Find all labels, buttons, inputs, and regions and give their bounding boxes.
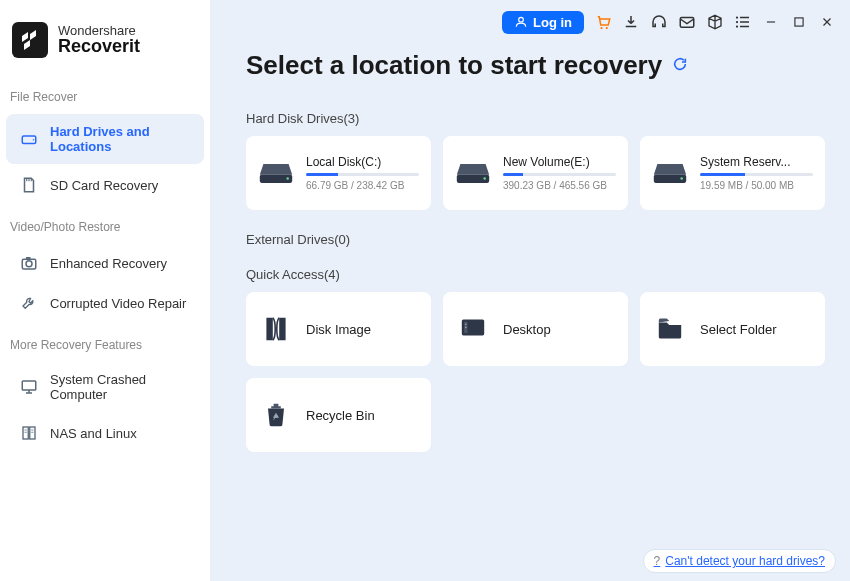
close-icon[interactable]	[818, 13, 836, 31]
sidebar-item-label: NAS and Linux	[50, 426, 137, 441]
folder-icon	[654, 313, 686, 345]
quick-access-label: Disk Image	[306, 322, 371, 337]
sidebar-group-label: Video/Photo Restore	[0, 206, 210, 242]
drive-card[interactable]: Local Disk(C:) 66.79 GB / 238.42 GB	[246, 136, 431, 210]
drive-name: System Reserv...	[700, 155, 813, 169]
drive-progress	[503, 173, 616, 176]
svg-point-17	[286, 177, 289, 180]
svg-point-13	[736, 21, 738, 23]
sidebar-item-label: SD Card Recovery	[50, 178, 158, 193]
sidebar-item-drive[interactable]: Hard Drives and Locations	[6, 114, 204, 164]
svg-rect-6	[23, 427, 28, 439]
download-icon[interactable]	[622, 13, 640, 31]
section-title-quick: Quick Access(4)	[246, 257, 850, 292]
sidebar-group-label: File Recover	[0, 76, 210, 112]
drive-progress	[306, 173, 419, 176]
quick-access-diskimage[interactable]: Disk Image	[246, 292, 431, 366]
svg-rect-11	[680, 18, 694, 28]
svg-rect-15	[795, 18, 803, 26]
wrench-icon	[20, 294, 38, 312]
brand-icon	[12, 22, 48, 58]
diskimage-icon	[260, 313, 292, 345]
camera-icon	[20, 254, 38, 272]
main-panel: Log in Select a location to start recove…	[210, 0, 850, 581]
drive-card[interactable]: New Volume(E:) 390.23 GB / 465.56 GB	[443, 136, 628, 210]
quick-access-label: Select Folder	[700, 322, 777, 337]
sidebar-item-nas[interactable]: NAS and Linux	[6, 414, 204, 452]
svg-point-25	[465, 327, 467, 329]
quick-access-label: Desktop	[503, 322, 551, 337]
nas-icon	[20, 424, 38, 442]
drive-card[interactable]: System Reserv... 19.59 MB / 50.00 MB	[640, 136, 825, 210]
svg-point-24	[465, 323, 467, 325]
sidebar: Wondershare Recoverit File RecoverHard D…	[0, 0, 210, 581]
quick-access-label: Recycle Bin	[306, 408, 375, 423]
brand: Wondershare Recoverit	[0, 16, 210, 76]
cube-icon[interactable]	[706, 13, 724, 31]
sidebar-item-label: System Crashed Computer	[50, 372, 190, 402]
svg-rect-5	[22, 381, 36, 390]
titlebar: Log in	[246, 0, 850, 36]
monitor-icon	[20, 378, 38, 396]
maximize-icon[interactable]	[790, 13, 808, 31]
brand-text-line2: Recoverit	[58, 36, 140, 57]
sidebar-item-monitor[interactable]: System Crashed Computer	[6, 362, 204, 412]
drive-icon	[455, 159, 491, 187]
svg-point-21	[680, 177, 683, 180]
drive-capacity: 390.23 GB / 465.56 GB	[503, 180, 616, 191]
sidebar-item-label: Corrupted Video Repair	[50, 296, 186, 311]
refresh-icon[interactable]	[672, 56, 688, 76]
svg-point-3	[26, 261, 32, 267]
list-icon[interactable]	[734, 13, 752, 31]
drive-icon	[20, 130, 38, 148]
quick-access-recycle[interactable]: Recycle Bin	[246, 378, 431, 452]
svg-point-19	[483, 177, 486, 180]
sidebar-item-label: Enhanced Recovery	[50, 256, 167, 271]
svg-point-9	[600, 27, 602, 29]
drive-icon	[258, 159, 294, 187]
svg-point-12	[736, 16, 738, 18]
headset-icon[interactable]	[650, 13, 668, 31]
svg-rect-7	[30, 427, 35, 439]
desktop-icon	[457, 313, 489, 345]
login-button[interactable]: Log in	[502, 11, 584, 34]
section-title-ext: External Drives(0)	[246, 210, 850, 257]
sidebar-item-wrench[interactable]: Corrupted Video Repair	[6, 284, 204, 322]
drive-name: New Volume(E:)	[503, 155, 616, 169]
sidebar-item-sd[interactable]: SD Card Recovery	[6, 166, 204, 204]
drive-capacity: 66.79 GB / 238.42 GB	[306, 180, 419, 191]
recycle-icon	[260, 399, 292, 431]
page-title: Select a location to start recovery	[246, 36, 850, 89]
sidebar-group-label: More Recovery Features	[0, 324, 210, 360]
svg-point-1	[33, 139, 35, 141]
section-title-hdd: Hard Disk Drives(3)	[246, 89, 850, 136]
drive-capacity: 19.59 MB / 50.00 MB	[700, 180, 813, 191]
help-icon: ?	[654, 554, 661, 568]
svg-rect-4	[26, 257, 31, 259]
sidebar-item-camera[interactable]: Enhanced Recovery	[6, 244, 204, 282]
help-link[interactable]: ? Can't detect your hard drives?	[643, 549, 836, 573]
drive-progress	[700, 173, 813, 176]
svg-point-14	[736, 25, 738, 27]
quick-access-folder[interactable]: Select Folder	[640, 292, 825, 366]
svg-point-8	[519, 17, 524, 22]
drive-icon	[652, 159, 688, 187]
mail-icon[interactable]	[678, 13, 696, 31]
user-icon	[514, 15, 528, 29]
svg-point-10	[606, 27, 608, 29]
drive-name: Local Disk(C:)	[306, 155, 419, 169]
minimize-icon[interactable]	[762, 13, 780, 31]
sd-icon	[20, 176, 38, 194]
quick-access-desktop[interactable]: Desktop	[443, 292, 628, 366]
cart-icon[interactable]	[594, 13, 612, 31]
sidebar-item-label: Hard Drives and Locations	[50, 124, 190, 154]
